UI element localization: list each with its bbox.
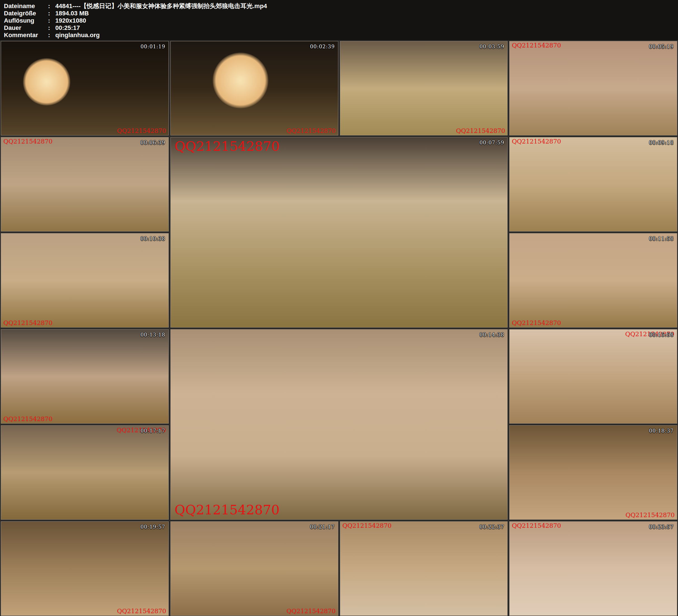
timestamp-overlay: 00:23:57	[649, 524, 674, 530]
info-row-comment: Kommentar : qinglanhua.org	[4, 32, 674, 39]
timestamp-overlay: 00:03:59	[479, 44, 504, 49]
timestamp-overlay: 00:18:37	[649, 428, 674, 434]
moon-lamp-shape	[213, 52, 268, 108]
timestamp-overlay: 00:15:58	[649, 332, 674, 338]
moon-lamp-shape	[23, 58, 70, 106]
video-thumbnail: 00:15:58 QQ2121542870	[509, 329, 677, 424]
qq-watermark: QQ2121542870	[626, 512, 675, 518]
field-label: Dateiname	[4, 2, 48, 10]
qq-watermark: QQ2121542870	[512, 320, 561, 326]
qq-watermark: QQ2121542870	[3, 138, 52, 145]
field-label: Kommentar	[4, 32, 48, 39]
video-thumbnail: 00:03:59 QQ2121542870	[340, 41, 508, 136]
timestamp-overlay: 00:07:59	[479, 140, 504, 146]
field-separator: :	[48, 24, 55, 32]
video-thumbnail: 00:09:18 QQ2121542870	[509, 137, 677, 231]
timestamp-overlay: 00:09:18	[649, 140, 674, 146]
video-thumbnail: 00:18:37 QQ2121542870	[509, 425, 677, 519]
qq-watermark: QQ2121542870	[175, 503, 279, 517]
timestamp-overlay: 00:06:39	[141, 140, 165, 146]
timestamp-overlay: 00:10:38	[141, 236, 165, 241]
field-separator: :	[48, 2, 55, 10]
info-row-resolution: Auflösung : 1920x1080	[4, 17, 674, 24]
info-row-filesize: Dateigröße : 1894.03 MB	[4, 10, 674, 17]
contact-sheet-grid: 00:01:19 QQ2121542870 00:02:39 QQ2121542…	[0, 40, 678, 616]
video-thumbnail: 00:22:37 QQ2121542870	[340, 521, 508, 616]
video-thumbnail: 00:05:19 QQ2121542870	[509, 41, 677, 136]
field-separator: :	[48, 32, 55, 39]
qq-watermark: QQ2121542870	[512, 523, 561, 529]
timestamp-overlay: 00:21:17	[310, 524, 335, 530]
timestamp-overlay: 00:11:58	[649, 236, 674, 241]
media-info-header: Dateiname : 44841----【悦感日记】小美和服女神体验多种紧缚强…	[0, 0, 678, 40]
video-thumbnail: 00:10:38 QQ2121542870	[1, 233, 169, 328]
filesize-value: 1894.03 MB	[55, 10, 89, 17]
timestamp-overlay: 00:01:19	[141, 44, 165, 49]
timestamp-overlay: 00:05:19	[649, 44, 674, 49]
video-thumbnail-large: 00:14:38 QQ2121542870	[171, 329, 508, 519]
duration-value: 00:25:17	[55, 24, 80, 32]
timestamp-overlay: 00:17:17	[141, 428, 165, 434]
qq-watermark: QQ2121542870	[342, 523, 392, 529]
qq-watermark: QQ2121542870	[175, 139, 279, 154]
video-thumbnail-large: 00:07:59 QQ2121542870	[171, 137, 508, 328]
video-thumbnail: 00:11:58 QQ2121542870	[509, 233, 677, 328]
video-thumbnail: 00:01:19 QQ2121542870	[1, 41, 169, 136]
video-thumbnail: 00:02:39 QQ2121542870	[171, 41, 338, 136]
timestamp-overlay: 00:02:39	[310, 44, 335, 49]
qq-watermark: QQ2121542870	[3, 320, 52, 326]
info-row-filename: Dateiname : 44841----【悦感日记】小美和服女神体验多种紧缚强…	[4, 2, 674, 10]
info-row-duration: Dauer : 00:25:17	[4, 24, 674, 32]
qq-watermark: QQ2121542870	[117, 608, 166, 615]
resolution-value: 1920x1080	[55, 17, 86, 24]
timestamp-overlay: 00:13:18	[141, 332, 165, 338]
qq-watermark: QQ2121542870	[3, 416, 52, 422]
field-label: Dateigröße	[4, 10, 48, 17]
qq-watermark: QQ2121542870	[117, 128, 166, 134]
video-thumbnail: 00:06:39 QQ2121542870	[1, 137, 169, 231]
field-label: Dauer	[4, 24, 48, 32]
timestamp-overlay: 00:14:38	[479, 332, 504, 338]
timestamp-overlay: 00:22:37	[479, 524, 504, 530]
qq-watermark: QQ2121542870	[512, 42, 561, 49]
video-thumbnail: 00:21:17 QQ2121542870	[171, 521, 338, 616]
field-separator: :	[48, 17, 55, 24]
qq-watermark: QQ2121542870	[286, 608, 336, 615]
field-label: Auflösung	[4, 17, 48, 24]
qq-watermark: QQ2121542870	[286, 128, 336, 134]
video-thumbnail: 00:17:17 QQ2121542870	[1, 425, 169, 519]
video-thumbnail: 00:19:57 QQ2121542870	[1, 521, 169, 616]
filename-value: 44841----【悦感日记】小美和服女神体验多种紧缚强制抬头郊狼电击耳光.mp…	[55, 2, 267, 10]
field-separator: :	[48, 10, 55, 17]
timestamp-overlay: 00:19:57	[141, 524, 165, 530]
video-thumbnail: 00:23:57 QQ2121542870	[509, 521, 677, 616]
comment-value: qinglanhua.org	[55, 32, 100, 39]
qq-watermark: QQ2121542870	[456, 128, 505, 134]
video-thumbnail: 00:13:18 QQ2121542870	[1, 329, 169, 424]
qq-watermark: QQ2121542870	[512, 138, 561, 145]
